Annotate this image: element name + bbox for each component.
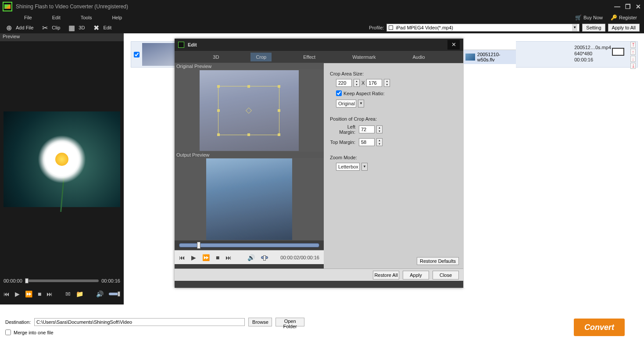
- 3d-button[interactable]: ▦3D: [67, 23, 85, 32]
- crop-x-label: X: [361, 80, 365, 86]
- dialog-time: 00:00:02/00:00:16: [280, 255, 319, 260]
- apply-button[interactable]: Apply: [403, 271, 429, 279]
- dialog-seek[interactable]: [175, 240, 324, 250]
- dialog-close-button[interactable]: ✕: [447, 40, 460, 50]
- ffwd-icon[interactable]: ⏩: [25, 290, 32, 297]
- add-file-button[interactable]: ⊕Add File: [4, 23, 33, 32]
- menu-edit[interactable]: Edit: [52, 15, 61, 20]
- menu-tools[interactable]: Tools: [81, 15, 92, 20]
- register-label: Register: [619, 15, 637, 20]
- window-title: Shining Flash to Video Converter (Unregi…: [16, 4, 128, 10]
- close-button[interactable]: ✕: [635, 3, 641, 10]
- move-up-icon[interactable]: ↑: [630, 49, 636, 55]
- file-info: 200512…0s.mp4 640*480 00:00:16: [574, 44, 611, 63]
- convert-button[interactable]: Convert: [574, 319, 625, 336]
- edit-label: Edit: [103, 25, 111, 30]
- snapshot-icon[interactable]: ✉: [65, 290, 71, 297]
- menu-bar: File Edit Tools Help 🛒Buy Now 🔑Register: [0, 13, 644, 22]
- top-margin-label: Top Margin:: [330, 140, 355, 145]
- stop-icon[interactable]: ■: [38, 290, 41, 297]
- restore-defaults-button[interactable]: Restore Defaults: [417, 257, 459, 265]
- dialog-playback: ⏮ ▶ ⏩ ■ ⏭ 🔊 00:00:02/00:00:16: [175, 250, 324, 264]
- minimize-button[interactable]: —: [614, 3, 620, 10]
- output-thumb: [612, 48, 624, 56]
- merge-checkbox[interactable]: [5, 330, 11, 335]
- top-margin-spinner[interactable]: ▲▼: [376, 138, 383, 146]
- side-filename: 20051210-w50s.flv: [477, 52, 514, 62]
- move-top-icon[interactable]: ⤒: [630, 42, 636, 48]
- keep-ar-label: Keep Aspect Ratio:: [343, 91, 385, 96]
- preview-header: Preview: [0, 33, 124, 41]
- dlg-prev-icon[interactable]: ⏮: [179, 254, 185, 261]
- chevron-down-icon: ▼: [572, 24, 577, 31]
- tab-crop[interactable]: Crop: [250, 53, 272, 61]
- toolbar: ⊕Add File ✂Clip ▦3D ✖Edit Profile: iPad …: [0, 22, 644, 33]
- tab-audio[interactable]: Audio: [408, 53, 430, 61]
- dlg-volume-slider[interactable]: [261, 256, 268, 259]
- preview-seek[interactable]: [25, 279, 99, 282]
- dlg-volume-icon[interactable]: 🔊: [247, 254, 255, 261]
- top-margin-input[interactable]: [359, 138, 375, 146]
- volume-slider[interactable]: [109, 293, 120, 295]
- file-checkbox[interactable]: [134, 52, 140, 57]
- dialog-file-item[interactable]: 20051210-w50s.flv: [464, 50, 516, 64]
- menu-help[interactable]: Help: [112, 15, 122, 20]
- crop-settings: Crop Area Size: ▲▼ X ▲▼ Keep Aspect Rati…: [324, 63, 463, 269]
- left-margin-spinner[interactable]: ▲▼: [376, 125, 383, 133]
- edit-dialog: Edit ✕ 3D Crop Effect Watermark Audio Or…: [175, 39, 463, 288]
- crop-height-input[interactable]: [366, 79, 382, 87]
- profile-select[interactable]: iPad MPEG4 Video(*.mp4) ▼: [386, 24, 580, 32]
- zoom-select-caret[interactable]: ▼: [361, 163, 368, 171]
- key-icon: 🔑: [611, 14, 617, 21]
- preview-controls: ⏮ ▶ ⏩ ■ ⏭ ✉ 📁 🔊: [0, 290, 124, 297]
- apply-all-button[interactable]: Apply to All: [608, 24, 640, 32]
- crop-box[interactable]: [218, 86, 279, 135]
- buy-label: Buy Now: [583, 15, 603, 20]
- play-icon[interactable]: ▶: [15, 290, 20, 297]
- cart-icon: 🛒: [575, 14, 582, 21]
- move-bottom-icon[interactable]: ⤓: [630, 63, 636, 69]
- pos-label: Position of Crop Area:: [330, 116, 457, 122]
- profile-label: Profile:: [369, 25, 384, 30]
- close-dialog-button[interactable]: Close: [433, 271, 459, 279]
- register-link[interactable]: 🔑Register: [611, 14, 637, 21]
- volume-icon[interactable]: 🔊: [96, 290, 104, 297]
- crop-width-input[interactable]: [336, 79, 352, 87]
- clip-button[interactable]: ✂Clip: [40, 23, 60, 32]
- tab-3d[interactable]: 3D: [208, 53, 224, 61]
- open-folder-button[interactable]: Open Folder: [275, 318, 304, 326]
- left-margin-label: Left Margin:: [330, 124, 355, 135]
- file-duration: 00:00:16: [574, 57, 611, 63]
- buy-link[interactable]: 🛒Buy Now: [575, 14, 603, 21]
- tab-watermark[interactable]: Watermark: [347, 53, 381, 61]
- orig-preview-label: Original Preview: [175, 63, 324, 69]
- dlg-play-icon[interactable]: ▶: [191, 254, 196, 261]
- dialog-app-icon: [178, 42, 184, 48]
- edit-button[interactable]: ✖Edit: [92, 23, 111, 32]
- browse-button[interactable]: Browse: [248, 318, 272, 326]
- menu-file[interactable]: File: [24, 15, 32, 20]
- keep-ar-checkbox[interactable]: [336, 90, 342, 96]
- 3d-icon: ▦: [67, 23, 76, 32]
- folder-icon[interactable]: 📁: [76, 290, 83, 297]
- restore-all-button[interactable]: Restore All: [373, 271, 399, 279]
- tab-effect[interactable]: Effect: [298, 53, 321, 61]
- move-down-icon[interactable]: ↓: [630, 56, 636, 62]
- setting-button[interactable]: Setting: [582, 24, 605, 32]
- ar-select-caret[interactable]: ▼: [358, 100, 364, 107]
- next-icon[interactable]: ⏭: [47, 290, 53, 297]
- time-start: 00:00:00: [4, 278, 22, 283]
- crop-width-spinner[interactable]: ▲▼: [354, 79, 360, 87]
- preview-panel: 00:00:00 00:00:16 ⏮ ▶ ⏩ ■ ⏭ ✉ 📁 🔊: [0, 41, 124, 304]
- file-thumb: [142, 43, 176, 66]
- dlg-ffwd-icon[interactable]: ⏩: [202, 254, 210, 261]
- dlg-next-icon[interactable]: ⏭: [225, 254, 232, 261]
- 3d-label: 3D: [79, 25, 85, 30]
- left-margin-input[interactable]: [359, 125, 375, 133]
- scissors-icon: ✂: [40, 23, 49, 32]
- crop-height-spinner[interactable]: ▲▼: [384, 79, 390, 87]
- maximize-button[interactable]: ❐: [625, 3, 631, 10]
- dest-input[interactable]: [34, 318, 245, 326]
- prev-icon[interactable]: ⏮: [4, 290, 10, 297]
- dlg-stop-icon[interactable]: ■: [216, 254, 219, 261]
